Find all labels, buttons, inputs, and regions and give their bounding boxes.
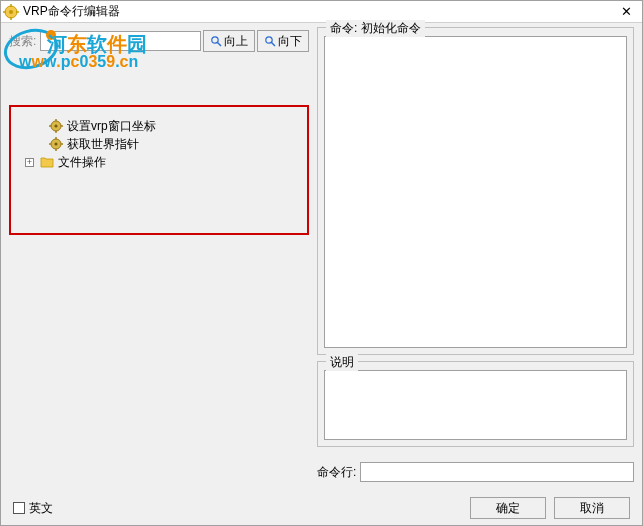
svg-rect-5 [16, 11, 19, 12]
cmdline-row: 命令行: [317, 461, 634, 483]
description-group: 说明 [317, 361, 634, 447]
folder-icon [40, 156, 54, 168]
gear-icon [49, 119, 63, 133]
svg-rect-15 [55, 131, 56, 133]
svg-point-8 [212, 37, 218, 43]
svg-line-9 [218, 43, 222, 47]
command-group: 命令: 初始化命令 [317, 27, 634, 355]
cmdline-input[interactable] [360, 462, 634, 482]
search-up-button[interactable]: 向上 [203, 30, 255, 52]
right-column: 命令: 初始化命令 说明 命令行: [317, 27, 634, 483]
ok-button[interactable]: 确定 [470, 497, 546, 519]
left-column: 搜索: 向上 向下 设置vrp窗口坐标 获取世界指针 [9, 27, 309, 483]
command-content-box[interactable] [324, 36, 627, 348]
svg-rect-21 [55, 149, 56, 151]
svg-rect-14 [55, 119, 56, 121]
cmdline-label: 命令行: [317, 464, 356, 481]
tree-item-label: 设置vrp窗口坐标 [67, 118, 156, 135]
english-checkbox-row[interactable]: 英文 [13, 500, 53, 517]
svg-point-13 [54, 124, 57, 127]
magnifier-icon [264, 35, 276, 47]
app-window: VRP命令行编辑器 ✕ 河东软件园 www.pc0359.cn 搜索: 向上 [0, 0, 643, 526]
tree-item-label: 获取世界指针 [67, 136, 139, 153]
english-checkbox-label: 英文 [29, 500, 53, 517]
svg-point-10 [266, 37, 272, 43]
description-content-box[interactable] [324, 370, 627, 440]
search-row: 搜索: 向上 向下 [9, 27, 309, 55]
svg-rect-16 [49, 125, 51, 126]
window-title: VRP命令行编辑器 [23, 3, 612, 20]
svg-rect-23 [61, 143, 63, 144]
svg-rect-2 [10, 4, 11, 7]
search-up-label: 向上 [224, 33, 248, 50]
body: 河东软件园 www.pc0359.cn 搜索: 向上 向下 [1, 23, 642, 491]
gear-icon [49, 137, 63, 151]
tree-folder-label: 文件操作 [58, 154, 106, 171]
search-input[interactable] [40, 31, 201, 51]
titlebar: VRP命令行编辑器 ✕ [1, 1, 642, 23]
description-group-title: 说明 [326, 354, 358, 371]
app-icon [3, 4, 19, 20]
command-group-title: 命令: 初始化命令 [326, 20, 425, 37]
command-tree: 设置vrp窗口坐标 获取世界指针 + 文件操作 [9, 105, 309, 235]
tree-item[interactable]: 获取世界指针 [49, 135, 301, 153]
search-label: 搜索: [9, 33, 36, 50]
search-down-label: 向下 [278, 33, 302, 50]
tree-item[interactable]: 设置vrp窗口坐标 [49, 117, 301, 135]
svg-rect-20 [55, 137, 56, 139]
svg-rect-4 [3, 11, 6, 12]
footer: 英文 确定 取消 [1, 491, 642, 525]
cancel-button[interactable]: 取消 [554, 497, 630, 519]
tree-folder[interactable]: + 文件操作 [25, 153, 301, 171]
svg-line-11 [272, 43, 276, 47]
magnifier-icon [210, 35, 222, 47]
checkbox-icon[interactable] [13, 502, 25, 514]
close-button[interactable]: ✕ [612, 2, 640, 22]
svg-rect-3 [10, 17, 11, 20]
search-down-button[interactable]: 向下 [257, 30, 309, 52]
svg-rect-22 [49, 143, 51, 144]
svg-point-19 [54, 142, 57, 145]
svg-rect-17 [61, 125, 63, 126]
expand-icon[interactable]: + [25, 158, 34, 167]
svg-point-1 [9, 10, 13, 14]
